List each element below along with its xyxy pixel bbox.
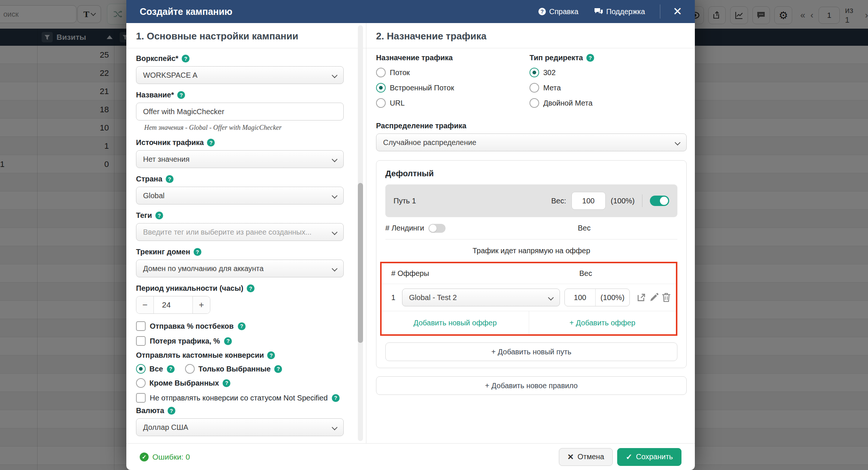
help-icon[interactable]: ? [177,91,185,99]
radio-flow[interactable] [376,68,386,77]
traffic-source-value: Нет значения [143,155,190,164]
destination-label: Назначение трафика [376,54,453,62]
support-chat-icon [594,8,603,15]
close-icon[interactable]: ✕ [670,4,685,19]
radio-double-meta-label: Двойной Мета [543,99,593,107]
name-hint: Нет значения - Global - Offer with Magic… [144,124,344,132]
chevron-down-icon [332,266,338,272]
help-icon[interactable]: ? [223,379,230,387]
radio-meta[interactable] [529,83,539,93]
offer-weight-input[interactable]: 100 [565,289,595,306]
tracking-domain-select[interactable]: Домен по умолчанию для аккаунта [136,260,344,277]
offer-select[interactable]: Global - Test 2 [402,289,560,306]
traffic-loss-checkbox[interactable] [136,336,146,346]
default-rule-card: Дефолтный Путь 1 Вес: 100 (100%) # Ленди… [376,160,687,368]
help-icon[interactable]: ? [166,175,174,183]
help-icon[interactable]: ? [224,337,232,345]
offer-select-value: Global - Test 2 [409,293,457,302]
offer-row: 1 Global - Test 2 100 (100%) [382,284,676,311]
external-link-icon[interactable] [637,293,646,302]
name-input[interactable]: Offer with MagicChecker [136,103,344,120]
add-offer-link[interactable]: + Добавить оффер [529,311,676,334]
traffic-destination-section: 2. Назначение трафика Назначение трафика… [366,23,695,443]
traffic-source-label: Источник трафика [136,138,204,147]
path-weight-input[interactable]: 100 [571,192,606,210]
radio-embedded-flow-label: Встроенный Поток [390,84,454,92]
uniqueness-value[interactable]: 24 [153,296,193,313]
stepper-plus-button[interactable]: + [193,296,210,313]
landings-weight-column-header: Вес [578,224,590,232]
help-icon[interactable]: ? [167,365,175,373]
distribution-select[interactable]: Случайное распределение [376,133,687,151]
postback-checkbox-label: Отправка % постбеков [150,322,234,331]
country-select-value: Global [143,191,165,200]
help-link[interactable]: ? Справка [538,7,578,16]
stepper-minus-button[interactable]: − [136,296,153,313]
support-link[interactable]: Поддержка [594,7,645,16]
radio-double-meta[interactable] [529,98,539,108]
tracking-domain-label: Трекинг домен [136,248,190,256]
radio-302[interactable] [529,68,539,77]
support-link-label: Поддержка [606,7,645,16]
edit-pencil-icon[interactable] [649,293,659,302]
help-icon[interactable]: ? [155,212,163,219]
help-icon[interactable]: ? [332,394,340,402]
add-new-offer-link[interactable]: Добавить новый оффер [382,311,529,334]
radio-all[interactable] [136,364,146,374]
chevron-down-icon [332,73,338,78]
help-icon[interactable]: ? [194,248,201,256]
help-icon[interactable]: ? [207,139,215,147]
radio-embedded-flow[interactable] [376,83,386,93]
radio-only-selected-label: Только Выбранные [198,365,271,373]
chevron-down-icon [332,157,338,162]
name-input-value: Offer with MagicChecker [143,107,224,116]
custom-conversions-label: Отправлять кастомные конверсии [136,351,264,360]
trash-icon[interactable] [662,293,671,302]
landings-label: # Лендинги [385,224,424,232]
help-icon[interactable]: ? [247,284,255,292]
tags-select[interactable]: Введите тег или выберите из ранее создан… [136,223,344,241]
tracking-domain-value: Домен по умолчанию для аккаунта [143,264,263,273]
help-icon[interactable]: ? [274,365,282,373]
question-circle-icon: ? [538,8,546,15]
header-divider [660,4,660,19]
chevron-down-icon [332,425,338,431]
cancel-button[interactable]: ✕ Отмена [559,448,613,466]
radio-except-selected[interactable] [136,378,146,388]
workspace-label: Воркспейс* [136,54,178,63]
traffic-source-select[interactable]: Нет значения [136,150,344,168]
radio-only-selected[interactable] [185,364,195,374]
add-new-path-button[interactable]: + Добавить новый путь [385,342,677,361]
path-enabled-toggle[interactable] [650,196,669,206]
workspace-select[interactable]: WORKSPACE A [136,66,344,84]
help-icon[interactable]: ? [267,351,275,359]
default-rule-label: Дефолтный [385,169,677,178]
help-icon[interactable]: ? [586,54,594,62]
uniqueness-period-label: Период уникальности (часы) [136,284,243,293]
radio-meta-label: Мета [543,84,561,92]
check-icon: ✓ [626,453,632,461]
help-icon[interactable]: ? [168,407,175,415]
cancel-button-label: Отмена [577,453,604,461]
help-icon[interactable]: ? [238,322,246,330]
not-specified-checkbox[interactable] [136,393,146,403]
country-select[interactable]: Global [136,187,344,205]
currency-select[interactable]: Доллар США [136,418,344,436]
uniqueness-stepper: − 24 + [136,296,210,314]
help-icon[interactable]: ? [182,55,190,62]
distribution-label: Распределение трафика [376,122,466,130]
offer-weight-group: 100 (100%) [564,289,630,306]
postback-checkbox[interactable] [136,321,146,331]
offers-weight-column-header: Вес [579,269,592,278]
landings-toggle[interactable] [428,224,446,233]
radio-except-selected-label: Кроме Выбранных [149,379,219,387]
main-settings-section: 1. Основные настройки кампании Воркспейс… [126,23,366,443]
save-button-label: Сохранить [636,453,673,461]
radio-url[interactable] [376,98,386,108]
save-button[interactable]: ✓ Сохранить [617,448,681,466]
country-label: Страна [136,175,162,183]
errors-status-label: Ошибки: 0 [152,453,190,461]
add-new-rule-button[interactable]: + Добавить новое правило [376,376,687,395]
left-scrollbar-thumb[interactable] [358,183,363,343]
path-weight-percent: (100%) [611,197,635,205]
